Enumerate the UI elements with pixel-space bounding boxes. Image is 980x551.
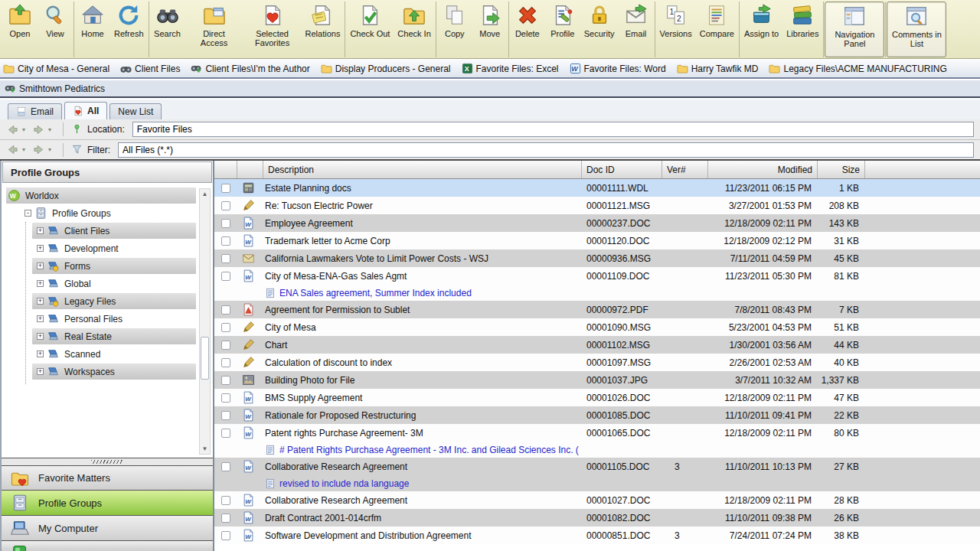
file-row[interactable]: WTrademark letter to Acme Corp00001120.D… [214, 232, 980, 249]
column-header-size[interactable]: Size [818, 161, 865, 178]
row-checkbox[interactable] [221, 219, 230, 228]
tree-scrollbar[interactable]: ▲ ▼ [199, 188, 211, 455]
tree-expander[interactable]: + [37, 227, 44, 234]
tree-item-client-files[interactable]: +Client Files [2, 222, 213, 240]
scroll-up-arrow[interactable]: ▲ [200, 189, 210, 199]
column-header-doc-id[interactable]: Doc ID [582, 161, 662, 178]
view-tab-email[interactable]: Email [8, 103, 62, 119]
tree-item-personal-files[interactable]: +Personal Files [2, 310, 213, 328]
tab-legacy-files-acme-manufacturing[interactable]: Legacy Files\ACME MANUFACTURING [769, 63, 946, 74]
tree-expander[interactable]: + [37, 315, 44, 322]
row-checkbox[interactable] [221, 184, 230, 193]
tree-item-development[interactable]: +Development [2, 240, 213, 257]
toolbar-button-versions[interactable]: 12Versions [656, 2, 696, 57]
file-row[interactable]: Agreement for Permission to Sublet000009… [214, 301, 980, 318]
toolbar-button-security[interactable]: Security [580, 2, 619, 57]
location-input[interactable] [132, 122, 974, 137]
tree-item-global[interactable]: +Global [2, 275, 213, 292]
panel-resize-handle[interactable] [2, 458, 213, 465]
forward-history-dropdown[interactable]: ▾ [48, 126, 51, 133]
tab-favorite-files-word[interactable]: WFavorite Files: Word [570, 63, 666, 74]
tree-expander[interactable]: + [37, 298, 44, 305]
comment-link[interactable]: ENA Sales agreement, Summer Index includ… [279, 288, 472, 298]
file-row[interactable]: WEmployee Agreement00000237.DOC12/18/200… [214, 214, 980, 232]
toolbar-button-direct-access[interactable]: Direct Access [185, 2, 243, 57]
panel-my-computer[interactable]: My Computer [2, 516, 213, 541]
row-checkbox[interactable] [221, 305, 230, 315]
tree-item-profile-groups[interactable]: -Profile Groups [2, 204, 213, 222]
toolbar-button-search[interactable]: Search [150, 2, 185, 57]
tree-expander[interactable]: + [37, 333, 44, 340]
tree-expander[interactable]: + [37, 280, 44, 287]
back-button[interactable] [6, 124, 19, 135]
row-checkbox[interactable] [221, 462, 230, 471]
toolbar-button-libraries[interactable]: Libraries [782, 2, 822, 57]
tree-expander[interactable]: + [37, 350, 44, 357]
toolbar-button-check-in[interactable]: Check In [394, 2, 434, 57]
file-row[interactable]: WPatent rights Purchase Agreement- 3M000… [214, 424, 980, 442]
row-checkbox[interactable] [221, 496, 230, 505]
toolbar-button-copy[interactable]: Copy [437, 2, 472, 57]
tree-item-scanned[interactable]: +Scanned [2, 345, 213, 363]
toolbar-button-selected-favorites[interactable]: Selected Favorites [243, 2, 302, 57]
row-checkbox[interactable] [221, 411, 230, 420]
tree-item-worldox[interactable]: WWorldox [2, 187, 213, 204]
column-header-description[interactable]: Description [263, 161, 582, 178]
row-checkbox[interactable] [221, 323, 230, 332]
row-checkbox[interactable] [221, 393, 230, 403]
tree-item-real-estate[interactable]: +Real Estate [2, 328, 213, 345]
file-row[interactable]: California Lawmakers Vote to Limit Power… [214, 249, 980, 267]
tab-harry-tawfik-md[interactable]: Harry Tawfik MD [677, 63, 759, 74]
file-row[interactable]: WBMS Supply Agreement00001026.DOC12/18/2… [214, 389, 980, 406]
toolbar-button-delete[interactable]: Delete [510, 2, 545, 57]
back-history-dropdown[interactable]: ▾ [22, 126, 25, 133]
column-header-blank[interactable] [865, 161, 980, 178]
row-checkbox[interactable] [221, 272, 230, 281]
toolbar-button-email[interactable]: Email [619, 2, 654, 57]
filter-input[interactable] [118, 142, 974, 158]
comment-link[interactable]: revised to include nda language [279, 478, 409, 489]
file-row[interactable]: City of Mesa00001090.MSG5/23/2001 04:53 … [214, 318, 980, 336]
tree-item-legacy-files[interactable]: +Legacy Files [2, 292, 213, 310]
row-checkbox[interactable] [221, 254, 230, 263]
filter-back-button[interactable] [6, 144, 19, 155]
file-row[interactable]: Building Photo for File00001037.JPG3/7/2… [214, 371, 980, 389]
tab-city-of-mesa-general[interactable]: City of Mesa - General [3, 63, 109, 74]
forward-button[interactable] [32, 124, 45, 135]
file-row[interactable]: WCity of Mesa-ENA-Gas Sales Agmt00001109… [214, 267, 980, 285]
panel-profile-groups[interactable]: Profile Groups [2, 491, 213, 516]
column-header-blank[interactable] [237, 161, 263, 178]
row-checkbox[interactable] [221, 531, 230, 540]
file-row[interactable]: WRationale for Proposed Restructuring000… [214, 406, 980, 424]
row-checkbox[interactable] [221, 236, 230, 246]
filter-forward-button[interactable] [32, 144, 45, 155]
toolbar-button-navigation-panel[interactable]: Navigation Panel [825, 2, 884, 57]
column-header-modified[interactable]: Modified [708, 161, 818, 178]
view-tab-new-list[interactable]: New List [109, 103, 162, 119]
toolbar-button-relations[interactable]: Relations [302, 2, 345, 57]
file-row[interactable]: Re: Tucson Electric Power00001121.MSG3/2… [214, 197, 980, 214]
toolbar-button-home[interactable]: Home [75, 2, 110, 57]
column-header-ver[interactable]: Ver# [662, 161, 708, 178]
file-row[interactable]: WCollaborative Research Agreement0000110… [214, 458, 980, 475]
tree-expander[interactable]: + [37, 245, 44, 252]
file-row[interactable]: Calculation of discount to index00001097… [214, 354, 980, 371]
row-checkbox[interactable] [221, 429, 230, 438]
scrollbar-thumb[interactable] [201, 337, 209, 380]
row-checkbox[interactable] [221, 376, 230, 385]
tab-display-producers-general[interactable]: Display Producers - General [321, 63, 451, 74]
file-row[interactable]: WSoftware Development and Distribution A… [214, 527, 980, 544]
row-checkbox[interactable] [221, 201, 230, 210]
tree-expander[interactable]: + [37, 368, 44, 375]
toolbar-button-check-out[interactable]: Check Out [346, 2, 394, 57]
tab-favorite-files-excel[interactable]: XFavorite Files: Excel [462, 63, 559, 74]
toolbar-button-open[interactable]: Open [2, 2, 38, 57]
filter-back-dropdown[interactable]: ▾ [22, 146, 25, 153]
toolbar-button-compare[interactable]: Compare [696, 2, 738, 57]
filter-forward-dropdown[interactable]: ▾ [48, 146, 51, 153]
row-checkbox[interactable] [221, 358, 230, 367]
tree-item-forms[interactable]: +Forms [2, 257, 213, 275]
tab-smithtown-pediatrics[interactable]: Smithtown Pediatrics [5, 83, 105, 94]
file-row[interactable]: Chart00001102.MSG1/30/2001 03:56 AM44 KB [214, 336, 980, 354]
column-header-blank[interactable] [214, 161, 237, 178]
